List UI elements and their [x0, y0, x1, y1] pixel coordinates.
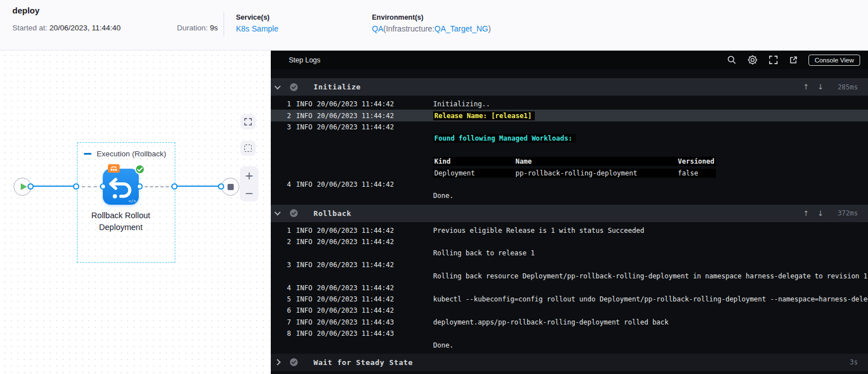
log-message: Found following Managed Workloads:: [433, 134, 576, 143]
log-line-number: 3: [271, 261, 291, 269]
section-success-check-icon: [290, 83, 298, 91]
log-line-number: 3: [271, 123, 291, 131]
step-logs-panel: Step Logs: [271, 51, 868, 374]
log-level: INFO: [296, 100, 313, 108]
connector-port: [100, 183, 106, 190]
connector-port: [171, 183, 178, 190]
scroll-to-top-icon[interactable]: ↑: [803, 209, 809, 218]
log-line: 2INFO20/06/2023 11:44:42Release Name: [r…: [271, 110, 868, 121]
log-message: Deployment pp-rollback-rolling-deploymen…: [433, 169, 716, 178]
chevron-down-icon[interactable]: [274, 83, 280, 89]
infrastructure-prefix: (Infrastructure:: [383, 24, 434, 33]
search-icon[interactable]: [727, 55, 737, 65]
log-level: INFO: [296, 227, 313, 235]
services-block: Service(s) K8s Sample: [236, 13, 278, 33]
section-success-check-icon: [290, 209, 298, 217]
log-section-rows: 1INFO20/06/2023 11:44:42Previous eligibl…: [271, 222, 868, 353]
log-message: Initializing..: [433, 100, 490, 108]
log-line: 4INFO20/06/2023 11:44:42: [271, 179, 868, 190]
scroll-to-top-icon[interactable]: ↑: [803, 83, 809, 91]
page-title: deploy: [12, 6, 39, 15]
log-section-header[interactable]: Wait for Steady State3s: [271, 354, 868, 371]
log-sections: Initialize↑↓285ms1INFO20/06/2023 11:44:4…: [271, 69, 868, 371]
gear-icon[interactable]: [747, 55, 758, 65]
edge-start-to-group: [30, 186, 76, 187]
log-timestamp: 20/06/2023 11:44:42: [317, 100, 394, 108]
code-glyph: </>: [128, 199, 136, 204]
log-line: Found following Managed Workloads:: [271, 133, 868, 144]
log-line: Rolling back resource Deployment/pp-roll…: [271, 271, 868, 282]
log-level: INFO: [296, 238, 313, 246]
log-level: INFO: [296, 123, 313, 131]
log-line: 5INFO20/06/2023 11:44:42kubectl --kubeco…: [271, 294, 868, 305]
started-at: Started at: 20/06/2023, 11:44:40: [12, 24, 121, 32]
service-link[interactable]: K8s Sample: [236, 24, 278, 33]
log-line: 6INFO20/06/2023 11:44:42: [271, 305, 868, 316]
log-timestamp: 20/06/2023 11:44:42: [317, 227, 394, 235]
log-line: Done.: [271, 190, 868, 201]
log-line-number: 2: [271, 112, 291, 120]
log-line-number: 1: [271, 100, 291, 108]
log-timestamp: 20/06/2023 11:44:42: [317, 112, 394, 120]
log-message: Previous eligible Release is 1 with stat…: [433, 227, 644, 235]
started-at-value: 20/06/2023, 11:44:40: [49, 24, 121, 32]
log-line: 4INFO20/06/2023 11:44:42: [271, 282, 868, 293]
log-line: 1INFO20/06/2023 11:44:42Initializing..: [271, 98, 868, 110]
header-divider: [224, 12, 224, 37]
collapse-minus-icon[interactable]: [84, 153, 92, 155]
log-line: 8INFO20/06/2023 11:44:43: [271, 328, 868, 339]
scroll-to-bottom-icon[interactable]: ↓: [817, 83, 824, 91]
log-line: 3INFO20/06/2023 11:44:42: [271, 259, 868, 271]
chevron-down-icon[interactable]: [274, 209, 280, 215]
log-timestamp: 20/06/2023 11:44:42: [317, 261, 394, 269]
pipeline-canvas: Execution (Rollback) </>: [0, 51, 271, 374]
open-in-new-icon[interactable]: [789, 56, 798, 65]
console-view-button[interactable]: Console View: [808, 55, 860, 66]
step-label: Rollback Rollout Deployment: [76, 210, 166, 233]
duration-value: 9s: [210, 24, 218, 32]
log-level: INFO: [296, 112, 313, 120]
log-line: Rolling back to release 1: [271, 247, 868, 259]
canvas-fullscreen-button[interactable]: [240, 114, 256, 129]
log-timestamp: 20/06/2023 11:44:42: [317, 295, 394, 303]
environment-link[interactable]: QA: [372, 24, 383, 33]
edge-group-to-end: [174, 186, 221, 187]
log-panel-title: Step Logs: [289, 56, 320, 64]
fullscreen-icon: [244, 118, 252, 126]
execution-header: deploy Started at: 20/06/2023, 11:44:40 …: [0, 0, 868, 51]
started-at-label: Started at:: [12, 24, 47, 32]
log-message: Done.: [433, 341, 453, 349]
log-line: 2INFO20/06/2023 11:44:42: [271, 236, 868, 247]
log-timestamp: 20/06/2023 11:44:43: [317, 330, 394, 337]
zoom-out-button[interactable]: −: [240, 184, 258, 201]
duration-label: Duration:: [177, 24, 208, 32]
log-line-number: 5: [271, 295, 291, 303]
log-timestamp: 20/06/2023 11:44:42: [317, 307, 394, 314]
log-section-header[interactable]: Initialize↑↓285ms: [271, 78, 868, 96]
services-label: Service(s): [236, 13, 278, 21]
canvas-select-button[interactable]: [240, 141, 256, 156]
log-level: INFO: [296, 261, 313, 269]
rollback-step-node[interactable]: </>: [103, 169, 139, 205]
section-duration: 372ms: [832, 209, 858, 217]
pipeline-execution-page: deploy Started at: 20/06/2023, 11:44:40 …: [0, 0, 868, 374]
section-duration: 285ms: [832, 83, 858, 91]
environments-label: Environment(s): [372, 13, 491, 21]
log-message: Release Name: [release1]: [433, 111, 535, 120]
log-section-header[interactable]: Rollback↑↓372ms: [271, 205, 868, 222]
log-line: Kind Name Versioned: [271, 156, 868, 167]
log-level: INFO: [296, 295, 313, 303]
log-line: 3INFO20/06/2023 11:44:42: [271, 121, 868, 133]
infrastructure-link[interactable]: QA_Target_NG: [434, 24, 488, 33]
log-message: Rolling back resource Deployment/pp-roll…: [433, 272, 867, 280]
log-line-number: 4: [271, 181, 291, 188]
log-line-number: 8: [271, 330, 291, 337]
log-line-number: 2: [271, 238, 291, 246]
chevron-right-icon[interactable]: [274, 359, 280, 366]
log-section-title: Wait for Steady State: [313, 358, 413, 367]
zoom-in-button[interactable]: +: [240, 166, 258, 184]
log-timestamp: 20/06/2023 11:44:42: [317, 284, 394, 292]
scroll-to-bottom-icon[interactable]: ↓: [817, 209, 824, 218]
expand-fullscreen-icon[interactable]: [769, 55, 778, 65]
log-timestamp: 20/06/2023 11:44:42: [317, 181, 394, 188]
